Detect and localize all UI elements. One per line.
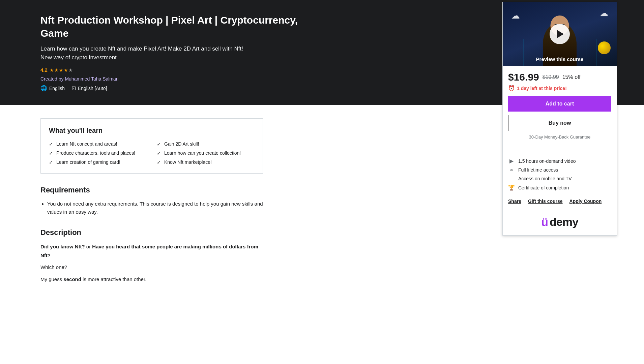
cloud-right-icon: ☁ [599, 8, 608, 19]
language-item: 🌐 English [40, 85, 65, 91]
video-icon: ▶ [508, 158, 515, 164]
main-content: What you'll learn ✓ Learn Nft concept an… [0, 105, 303, 307]
learn-item-6: ✓ Know Nft marketplace! [157, 159, 255, 165]
learn-item-5: ✓ Learn how can you create collection! [157, 150, 255, 156]
udemy-u-icon: ü [541, 216, 548, 228]
requirements-list: You do not need any extra requirements. … [40, 200, 263, 216]
caption-item: ⊡ English [Auto] [71, 85, 107, 91]
preview-label: Preview this course [536, 56, 584, 62]
includes-title: This course includes: [508, 148, 611, 154]
learn-item-2-text: Produce characters, tools and places! [56, 150, 135, 156]
learn-item-3: ✓ Learn creation of gaming card! [49, 159, 147, 165]
learn-items-left: ✓ Learn Nft concept and areas! ✓ Produce… [49, 141, 147, 165]
price-section: $16.99 $19.99 15% off ⏰ 1 day left at th… [503, 66, 617, 148]
learn-grid: ✓ Learn Nft concept and areas! ✓ Produce… [49, 141, 255, 165]
description-line-2: Which one? [40, 263, 263, 272]
cloud-left-icon: ☁ [511, 10, 520, 21]
includes-mobile-text: Access on mobile and TV [518, 176, 572, 181]
learn-section-title: What you'll learn [49, 127, 255, 134]
learn-item-5-text: Learn how can you create collection! [164, 150, 241, 156]
requirements-section: Requirements You do not need any extra r… [40, 186, 263, 216]
description-line-3: My guess second is more attractive than … [40, 275, 263, 284]
includes-item-access: ∞ Full lifetime access [508, 167, 611, 173]
play-button[interactable] [550, 24, 570, 44]
hero-content: Nft Production Workshop | Pixel Art | Cr… [40, 13, 317, 91]
check-icon-4: ✓ [157, 142, 161, 147]
includes-item-mobile: □ Access on mobile and TV [508, 176, 611, 182]
share-link[interactable]: Share [508, 199, 521, 204]
includes-access-text: Full lifetime access [518, 167, 558, 173]
learn-item-2: ✓ Produce characters, tools and places! [49, 150, 147, 156]
stars: ★ ★ ★ ★ ★ [50, 67, 73, 73]
check-icon-5: ✓ [157, 151, 161, 156]
star-3: ★ [59, 67, 63, 73]
price-current: $16.99 [508, 71, 539, 83]
learn-item-4-text: Gain 2D Art skill! [164, 141, 199, 147]
course-title: Nft Production Workshop | Pixel Art | Cr… [40, 13, 317, 40]
price-discount: 15% off [562, 74, 581, 80]
includes-section: This course includes: ▶ 1.5 hours on-dem… [503, 148, 617, 195]
creator-row: Created by Muhammed Taha Salman [40, 76, 317, 82]
language-label: English [49, 86, 65, 91]
guarantee-text: 30-Day Money-Back Guarantee [508, 134, 611, 140]
description-title: Description [40, 228, 263, 237]
udemy-text: demy [550, 215, 578, 229]
rating-number: 4.2 [40, 67, 48, 73]
description-bold-3: second [63, 276, 81, 282]
includes-item-cert: 🏆 Certificate of completion [508, 184, 611, 191]
includes-item-video: ▶ 1.5 hours on-demand video [508, 158, 611, 164]
course-preview[interactable]: ☁ ☁ ▬ ▬ Preview this course [503, 2, 617, 66]
globe-icon: 🌐 [40, 85, 47, 91]
learn-item-3-text: Learn creation of gaming card! [56, 159, 120, 165]
mobile-icon: □ [508, 176, 515, 182]
check-icon-3: ✓ [49, 160, 53, 165]
alarm-icon: ⏰ [508, 85, 515, 91]
meta-row: 🌐 English ⊡ English [Auto] [40, 85, 317, 91]
check-icon-2: ✓ [49, 151, 53, 156]
hero-section: Nft Production Workshop | Pixel Art | Cr… [0, 0, 644, 105]
course-subtitle: Learn how can you create Nft and make Pi… [40, 44, 317, 62]
star-4: ★ [64, 67, 68, 73]
add-to-cart-button[interactable]: Add to cart [508, 96, 611, 112]
requirement-item-1: You do not need any extra requirements. … [47, 200, 263, 216]
play-triangle-icon [557, 30, 564, 38]
star-1: ★ [50, 67, 54, 73]
time-warning-text: 1 day left at this price! [517, 86, 567, 91]
description-section: Description Did you know Nft? or Have yo… [40, 228, 263, 283]
description-bold-1: Did you know Nft? [40, 244, 85, 249]
rating-row: 4.2 ★ ★ ★ ★ ★ [40, 67, 317, 73]
time-warning: ⏰ 1 day left at this price! [508, 85, 611, 91]
sidebar-card: ☁ ☁ ▬ ▬ Preview this course $16.99 $19.9… [502, 2, 617, 236]
creator-link[interactable]: Muhammed Taha Salman [65, 76, 118, 82]
learn-item-4: ✓ Gain 2D Art skill! [157, 141, 255, 147]
check-icon-1: ✓ [49, 142, 53, 147]
star-2: ★ [54, 67, 59, 73]
includes-list: ▶ 1.5 hours on-demand video ∞ Full lifet… [508, 158, 611, 191]
price-row: $16.99 $19.99 15% off [508, 71, 611, 83]
udemy-logo: ü demy [503, 209, 617, 235]
learn-items-right: ✓ Gain 2D Art skill! ✓ Learn how can you… [157, 141, 255, 165]
gift-link[interactable]: Gift this course [528, 199, 563, 204]
includes-video-text: 1.5 hours on-demand video [518, 158, 576, 164]
trophy-icon: 🏆 [508, 184, 515, 191]
includes-cert-text: Certificate of completion [518, 185, 569, 190]
buy-now-button[interactable]: Buy now [508, 115, 611, 131]
description-line-1: Did you know Nft? or Have you heard that… [40, 242, 263, 260]
learn-box: What you'll learn ✓ Learn Nft concept an… [40, 118, 263, 174]
learn-item-1-text: Learn Nft concept and areas! [56, 141, 117, 147]
actions-row: Share Gift this course Apply Coupon [503, 195, 617, 209]
infinity-icon: ∞ [508, 167, 515, 173]
learn-item-1: ✓ Learn Nft concept and areas! [49, 141, 147, 147]
requirements-title: Requirements [40, 186, 263, 194]
price-original: $19.99 [543, 74, 559, 80]
check-icon-6: ✓ [157, 160, 161, 165]
coupon-link[interactable]: Apply Coupon [569, 199, 602, 204]
learn-item-6-text: Know Nft marketplace! [164, 159, 212, 165]
star-5: ★ [68, 67, 73, 73]
caption-icon: ⊡ [71, 85, 76, 91]
udemy-logo-container: ü demy [541, 215, 578, 229]
caption-label: English [Auto] [78, 86, 107, 91]
creator-prefix: Created by [40, 76, 63, 82]
